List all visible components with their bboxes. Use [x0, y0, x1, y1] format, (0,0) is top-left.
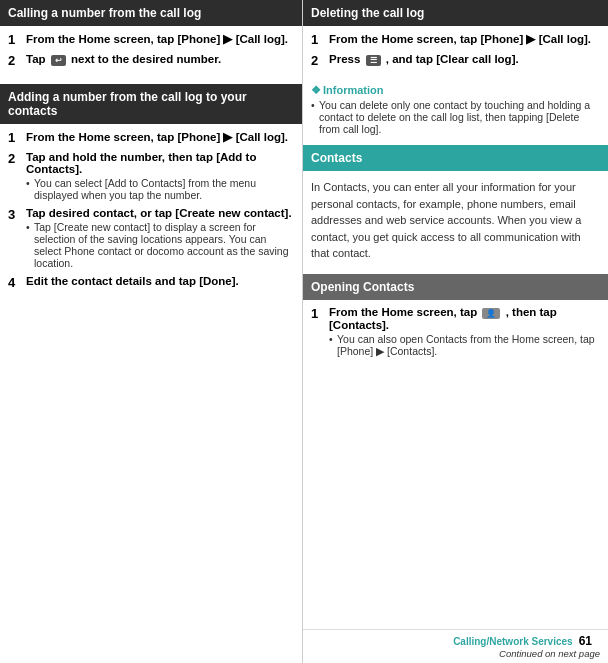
step-content: Edit the contact details and tap [Done]. [26, 275, 294, 287]
step-title: Press ☰ , and tap [Clear call log]. [329, 53, 600, 66]
open-step-text: From the Home screen, tap [329, 306, 477, 318]
step-title: From the Home screen, tap [Phone] ▶ [Cal… [329, 32, 600, 46]
step-content: Tap ↩ next to the desired number. [26, 53, 294, 66]
step-number: 4 [8, 275, 26, 290]
add-step-3: 3 Tap desired contact, or tap [Create ne… [8, 207, 294, 269]
section-add-contact-body: 1 From the Home screen, tap [Phone] ▶ [C… [0, 124, 302, 302]
section-opening-contacts-header: Opening Contacts [303, 274, 608, 300]
footer-category: Calling/Network Services [453, 636, 573, 647]
add-step-2: 2 Tap and hold the number, then tap [Add… [8, 151, 294, 201]
footer: Calling/Network Services 61 Continued on… [303, 629, 608, 663]
section-opening-body: 1 From the Home screen, tap 👤 , then tap… [303, 300, 608, 369]
menu-icon: ☰ [366, 55, 381, 66]
step-2-call: 2 Tap ↩ next to the desired number. [8, 53, 294, 68]
opening-step-1: 1 From the Home screen, tap 👤 , then tap… [311, 306, 600, 357]
step-press-text: Press [329, 53, 360, 65]
arrow-icon: ↩ [51, 55, 66, 66]
section-contacts-header: Contacts [303, 145, 608, 171]
step-title: Tap and hold the number, then tap [Add t… [26, 151, 294, 175]
step-title: From the Home screen, tap [Phone] ▶ [Cal… [26, 32, 294, 46]
add-step-4: 4 Edit the contact details and tap [Done… [8, 275, 294, 290]
section-contacts: Contacts In Contacts, you can enter all … [303, 145, 608, 270]
step-title: Tap desired contact, or tap [Create new … [26, 207, 294, 219]
step-bullet: Tap [Create new contact] to display a sc… [26, 221, 294, 269]
section-delete-log: Deleting the call log 1 From the Home sc… [303, 0, 608, 139]
section-call-log-body: 1 From the Home screen, tap [Phone] ▶ [C… [0, 26, 302, 80]
add-step-1: 1 From the Home screen, tap [Phone] ▶ [C… [8, 130, 294, 145]
step-number: 2 [8, 151, 26, 166]
section-add-contact-header: Adding a number from the call log to you… [0, 84, 302, 124]
step-content: From the Home screen, tap [Phone] ▶ [Cal… [26, 130, 294, 144]
step-content: From the Home screen, tap 👤 , then tap [… [329, 306, 600, 357]
step-bullet: You can also open Contacts from the Home… [329, 333, 600, 357]
contacts-app-icon: 👤 [482, 308, 500, 319]
footer-continued: Continued on next page [453, 648, 600, 659]
step-content: Tap desired contact, or tap [Create new … [26, 207, 294, 269]
step-content: From the Home screen, tap [Phone] ▶ [Cal… [329, 32, 600, 46]
step-1-call: 1 From the Home screen, tap [Phone] ▶ [C… [8, 32, 294, 47]
step-number: 3 [8, 207, 26, 222]
step-content: Press ☰ , and tap [Clear call log]. [329, 53, 600, 66]
section-call-log: Calling a number from the call log 1 Fro… [0, 0, 302, 80]
information-block: Information You can delete only one cont… [303, 80, 608, 139]
step-title: Tap ↩ next to the desired number. [26, 53, 294, 66]
step-suffix-text: , and tap [Clear call log]. [386, 53, 519, 65]
page-number: 61 [579, 634, 592, 648]
info-bullet: You can delete only one contact by touch… [311, 99, 600, 135]
right-col-inner: Deleting the call log 1 From the Home sc… [303, 0, 608, 663]
step-content: From the Home screen, tap [Phone] ▶ [Cal… [26, 32, 294, 46]
section-delete-log-body: 1 From the Home screen, tap [Phone] ▶ [C… [303, 26, 608, 80]
section-add-contact: Adding a number from the call log to you… [0, 84, 302, 302]
step-number: 1 [311, 32, 329, 47]
step-number: 2 [8, 53, 26, 68]
step-number: 1 [8, 130, 26, 145]
step-text-tap: Tap [26, 53, 46, 65]
delete-step-1: 1 From the Home screen, tap [Phone] ▶ [C… [311, 32, 600, 47]
footer-right: Calling/Network Services 61 Continued on… [453, 634, 600, 659]
info-title: Information [311, 84, 600, 97]
right-column: Deleting the call log 1 From the Home sc… [303, 0, 608, 663]
left-column: Calling a number from the call log 1 Fro… [0, 0, 303, 663]
step-title: From the Home screen, tap 👤 , then tap [… [329, 306, 600, 331]
step-text-suffix: next to the desired number. [71, 53, 221, 65]
step-title: Edit the contact details and tap [Done]. [26, 275, 294, 287]
section-opening-contacts: Opening Contacts 1 From the Home screen,… [303, 274, 608, 369]
step-title: From the Home screen, tap [Phone] ▶ [Cal… [26, 130, 294, 144]
step-number: 1 [8, 32, 26, 47]
delete-step-2: 2 Press ☰ , and tap [Clear call log]. [311, 53, 600, 68]
section-delete-log-header: Deleting the call log [303, 0, 608, 26]
step-bullet: You can select [Add to Contacts] from th… [26, 177, 294, 201]
step-number: 1 [311, 306, 329, 321]
section-call-log-header: Calling a number from the call log [0, 0, 302, 26]
step-number: 2 [311, 53, 329, 68]
contacts-intro: In Contacts, you can enter all your info… [303, 171, 608, 270]
step-content: Tap and hold the number, then tap [Add t… [26, 151, 294, 201]
